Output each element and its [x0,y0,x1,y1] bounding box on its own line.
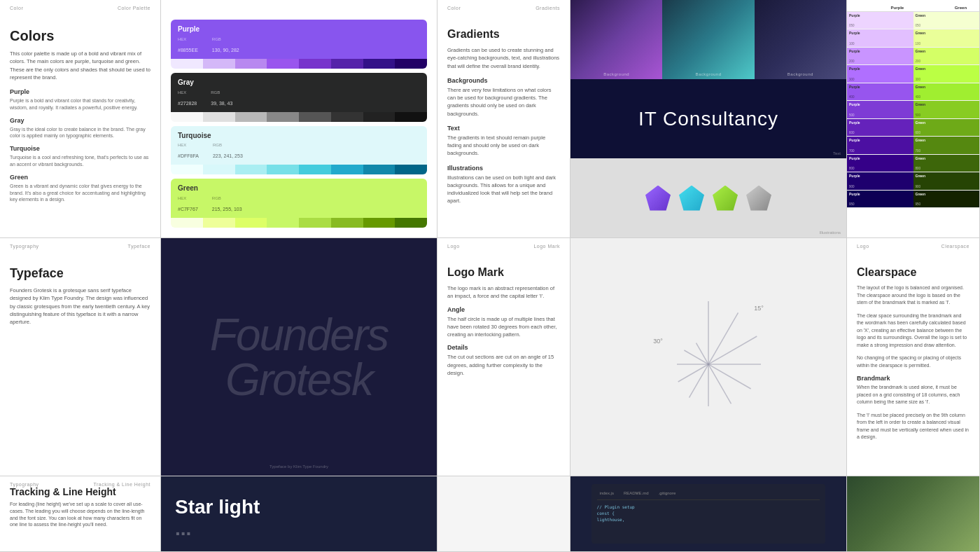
purple-shade-label-900: 900 [849,185,911,188]
green-shade-label-050: 050 [916,24,978,27]
turq-shade-8 [395,165,427,174]
tracking-page-label: Tracking & Line Height [93,482,150,487]
clearspace-panel: Logo Clearspace Clearspace The layout of… [847,238,980,476]
palette-rows: Purple050Green050Purple100Green100Purple… [847,12,979,237]
gradient-boxes-row: Background Background Background [570,0,846,79]
turquoise-swatch-meta: HEX#DFF8FA RGB223, 241, 253 [178,143,243,160]
turquoise-title: Turquoise [10,145,150,152]
logo-heading: Logo Mark [447,266,560,279]
palette-row-700: Purple700Green700 [847,137,979,154]
turq-shade-5 [299,165,331,174]
green-shade-label-900: 900 [916,185,978,188]
star-light-line1: Star light [175,496,260,518]
green-cell-950: Green950 [913,191,980,207]
turquoise-desc: Turquoise is a cool and refreshing tone,… [10,154,150,168]
purple-shade-label-600: 600 [849,131,911,134]
angle-desc: The half circle is made up of multiple l… [447,315,560,339]
brandmark-desc: When the brandmark is used alone, it mus… [857,384,969,406]
purple-cell-name-950: Purple [849,192,911,196]
green-shade-7 [363,218,396,228]
clearspace-para3: No changing of the spacing or placing of… [857,354,969,369]
illustrations-desc: Illustrations can be used on both light … [447,174,560,205]
green-cell-700: Green700 [913,137,980,153]
clearspace-intro: The layout of the logo is balanced and o… [857,284,969,307]
green-cell-name-800: Green [916,156,978,160]
color-section-purple: Purple Purple is a bold and vibrant colo… [10,88,150,111]
tracking-section-label: Typography [10,482,39,487]
illustrations-box: Illustrations [570,158,846,237]
green-shade-label-800: 800 [916,167,978,170]
gradient-box-3: Background [755,0,846,79]
colors-heading: Colors [10,28,150,44]
gradients-heading: Gradients [447,28,560,41]
turq-shade-3 [235,165,267,174]
purple-cell-950: Purple950 [847,191,913,207]
green-shade-label-500: 500 [916,113,978,117]
purple-cell-name-900: Purple [849,174,911,178]
purple-swatch-meta: HEX#8855EE RGB130, 90, 282 [178,37,239,55]
green-shades [171,218,427,228]
green-shade-label-700: 700 [916,149,978,153]
purple-cell-500: Purple500 [847,101,913,118]
purple-cell-900: Purple900 [847,172,913,189]
color-swatches-panel: Purple HEX#8855EE RGB130, 90, 282 Gray [161,0,438,238]
editor-tab-index: index.js [597,490,617,497]
gray-shades [171,112,427,122]
green-shade-label-400: 400 [916,95,978,99]
green-cell-100: Green100 [913,29,980,46]
page-label-colors: Color Palette [118,6,150,11]
purple-shade-label-050: 050 [849,24,911,27]
text-title: Text [447,125,560,132]
green-rgb-value: 215, 255, 103 [212,207,242,212]
palette-row-300: Purple300Green300 [847,65,979,83]
green-hex-value: #C7F767 [178,207,198,212]
green-cell-300: Green300 [913,65,980,82]
green-shade-label-600: 600 [916,131,978,134]
green-cell-500: Green500 [913,101,980,118]
palette-spacer2 [913,6,945,10]
purple-shade-2 [203,59,235,69]
it-consultancy-title: IT Consultancy [638,108,778,130]
palette-row-800: Purple800Green800 [847,155,979,172]
purple-shade-8 [395,59,427,69]
green-cell-name-600: Green [916,120,978,125]
purple-shade-6 [331,59,363,69]
turq-shade-6 [331,165,363,174]
purple-cell-100: Purple100 [847,29,913,46]
gradients-intro: Gradients can be used to create stunning… [447,46,560,70]
gem-purple [645,186,671,211]
palette-row-100: Purple100Green100 [847,29,979,47]
purple-shade-7 [363,59,396,69]
gray-shade-2 [203,112,235,122]
purple-cell-300: Purple300 [847,65,913,82]
mock-editor: index.js README.md .gitignore // Plugin … [592,484,826,544]
green-hex-label: HEX [178,196,198,200]
gray-swatch-name: Gray [178,78,420,86]
purple-shade-4 [267,59,299,69]
details-desc: The cut out sections are cut on an angle… [447,353,560,377]
purple-rgb-label: RGB [212,37,239,41]
details-title: Details [447,344,560,351]
clearspace-section-label: Logo [857,244,869,249]
typeface-page-label: Typeface [128,244,150,249]
typeface-display-name: FoundersGrotesk [210,312,388,402]
typeface-intro: Founders Grotesk is a grotesque sans ser… [10,287,150,326]
green-shade-2 [203,218,235,228]
backgrounds-title: Backgrounds [447,77,560,84]
logo-text-panel: Logo Logo Mark Logo Mark The logo mark i… [438,238,570,476]
photo-panel [847,476,980,552]
angle-label-30: 30° [653,338,663,345]
svg-line-4 [708,364,751,389]
gray-title: Gray [10,117,150,124]
turq-hex-label: HEX [178,143,199,147]
purple-shade-label-700: 700 [849,149,911,153]
gray-shade-5 [299,112,331,122]
palette-spacer [850,6,881,10]
gradients-visual-panel: Background Background Background IT Cons… [570,0,847,238]
purple-cell-050: Purple050 [847,12,913,29]
purple-cell-400: Purple400 [847,83,913,100]
gradients-text-panel: Color Gradients Gradients Gradients can … [438,0,570,238]
logo-visual-panel: 30° 15° [570,238,847,476]
editor-panel: index.js README.md .gitignore // Plugin … [570,476,847,552]
angle-title: Angle [447,306,560,313]
